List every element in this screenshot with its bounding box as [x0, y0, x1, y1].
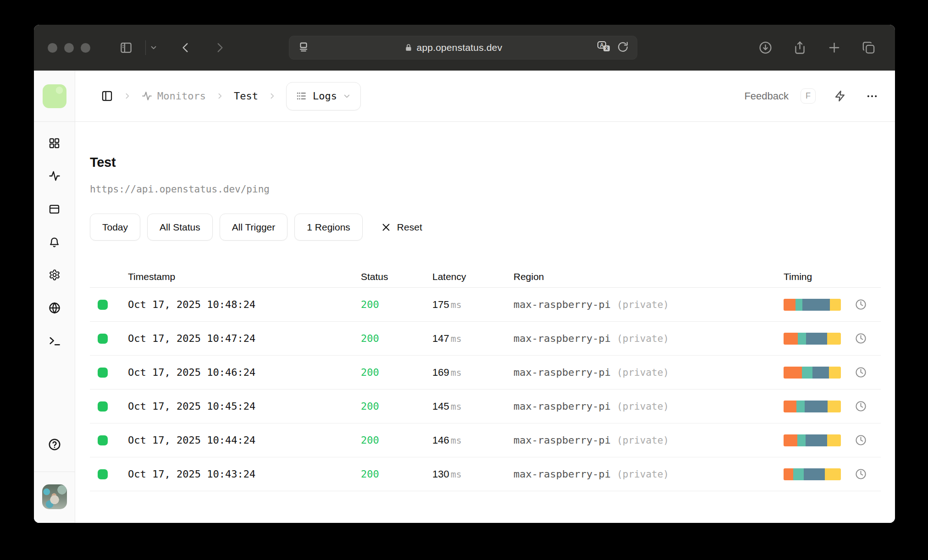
timing-bar — [784, 401, 841, 412]
clock-icon[interactable] — [855, 332, 867, 345]
terminal-icon — [48, 335, 61, 347]
status-indicator — [98, 469, 108, 479]
breadcrumb-monitors-label: Monitors — [157, 90, 206, 102]
breadcrumb-test[interactable]: Test — [234, 90, 258, 102]
row-detail-cell — [841, 366, 881, 379]
close-button[interactable] — [48, 43, 57, 53]
row-region: max-raspberry-pi (private) — [514, 333, 784, 344]
page-title: Test — [90, 155, 881, 170]
breadcrumb-monitors[interactable]: Monitors — [141, 90, 206, 102]
chevron-right-icon — [268, 92, 276, 100]
row-indicator-cell — [90, 435, 128, 445]
panel-top-icon — [48, 203, 61, 215]
row-latency: 169ms — [432, 367, 514, 379]
column-header-latency: Latency — [432, 271, 514, 282]
zap-icon[interactable] — [834, 90, 846, 102]
page-menu-icon[interactable] — [298, 41, 309, 55]
sidebar-item-dashboard[interactable] — [44, 132, 65, 154]
tab-group-chevron-icon[interactable] — [149, 44, 158, 52]
row-detail-cell — [841, 434, 881, 446]
table-row[interactable]: Oct 17, 2025 10:45:24 200 145ms max-rasp… — [90, 390, 881, 423]
row-indicator-cell — [90, 401, 128, 412]
traffic-lights — [48, 43, 90, 53]
x-icon — [381, 222, 391, 232]
reset-filters-button[interactable]: Reset — [381, 222, 422, 233]
app-sidebar-toggle-icon[interactable] — [101, 90, 113, 102]
share-icon[interactable] — [793, 41, 807, 55]
chevron-down-icon — [342, 92, 351, 100]
sidebar-item-notifications[interactable] — [44, 231, 65, 253]
row-status: 200 — [361, 299, 432, 310]
row-status: 200 — [361, 434, 432, 446]
clock-icon[interactable] — [855, 468, 867, 480]
row-region: max-raspberry-pi (private) — [514, 434, 784, 446]
forward-icon[interactable] — [214, 42, 226, 54]
table-row[interactable]: Oct 17, 2025 10:44:24 200 146ms max-rasp… — [90, 423, 881, 457]
browser-sidebar-toggle-icon[interactable] — [119, 41, 133, 55]
tab-overview-icon[interactable] — [862, 41, 876, 55]
filter-trigger[interactable]: All Trigger — [220, 214, 288, 241]
translate-icon[interactable]: Ax̄ — [597, 40, 611, 55]
help-button[interactable] — [48, 438, 61, 453]
url-text: app.openstatus.dev — [417, 42, 503, 53]
row-indicator-cell — [90, 334, 128, 344]
downloads-icon[interactable] — [758, 41, 773, 55]
status-indicator — [98, 334, 108, 344]
table-row[interactable]: Oct 17, 2025 10:48:24 200 175ms max-rasp… — [90, 288, 881, 322]
workspace-logo[interactable] — [43, 84, 66, 108]
timing-bar — [784, 367, 841, 379]
timing-bar — [784, 299, 841, 311]
logs-table: Timestamp Status Latency Region Timing O… — [90, 266, 881, 491]
sidebar-item-terminal[interactable] — [44, 330, 65, 351]
row-status: 200 — [361, 401, 432, 412]
help-icon — [48, 438, 61, 451]
browser-window: app.openstatus.dev Ax̄ — [34, 25, 895, 523]
sidebar-item-globe[interactable] — [44, 297, 65, 318]
zoom-button[interactable] — [81, 43, 90, 53]
row-latency: 130ms — [432, 468, 514, 480]
row-latency: 147ms — [432, 333, 514, 345]
filter-date[interactable]: Today — [90, 214, 140, 241]
row-detail-cell — [841, 298, 881, 311]
view-switcher-label: Logs — [313, 90, 337, 102]
table-body: Oct 17, 2025 10:48:24 200 175ms max-rasp… — [90, 288, 881, 491]
row-detail-cell — [841, 332, 881, 345]
clock-icon[interactable] — [855, 366, 867, 379]
browser-titlebar: app.openstatus.dev Ax̄ — [34, 25, 895, 71]
column-header-timestamp: Timestamp — [128, 271, 361, 282]
row-status: 200 — [361, 333, 432, 344]
header-actions: Feedback F — [744, 88, 878, 104]
back-icon[interactable] — [180, 42, 192, 54]
reload-icon[interactable] — [617, 41, 629, 55]
monitor-endpoint: https://api.openstatus.dev/ping — [90, 184, 881, 195]
sidebar-item-status-pages[interactable] — [44, 198, 65, 220]
clock-icon[interactable] — [855, 400, 867, 412]
column-header-timing: Timing — [784, 271, 841, 282]
titlebar-divider — [145, 40, 146, 55]
new-tab-icon[interactable] — [827, 41, 841, 55]
filter-regions[interactable]: 1 Regions — [294, 214, 363, 241]
row-region: max-raspberry-pi (private) — [514, 401, 784, 412]
timing-bar — [784, 434, 841, 446]
table-row[interactable]: Oct 17, 2025 10:47:24 200 147ms max-rasp… — [90, 322, 881, 356]
globe-icon — [48, 302, 61, 314]
table-row[interactable]: Oct 17, 2025 10:43:24 200 130ms max-rasp… — [90, 457, 881, 491]
clock-icon[interactable] — [855, 434, 867, 446]
desktop-background: app.openstatus.dev Ax̄ — [0, 0, 928, 560]
user-avatar[interactable] — [42, 484, 67, 509]
feedback-button[interactable]: Feedback — [744, 90, 789, 102]
row-region: max-raspberry-pi (private) — [514, 367, 784, 378]
sidebar-item-settings[interactable] — [44, 264, 65, 285]
more-options-icon[interactable] — [866, 90, 878, 103]
address-bar[interactable]: app.openstatus.dev Ax̄ — [289, 36, 637, 60]
minimize-button[interactable] — [64, 43, 74, 53]
gear-icon — [48, 269, 61, 281]
app-root: Monitors Test — [34, 71, 895, 523]
table-row[interactable]: Oct 17, 2025 10:46:24 200 169ms max-rasp… — [90, 356, 881, 390]
sidebar-item-monitors[interactable] — [44, 165, 65, 187]
clock-icon[interactable] — [855, 298, 867, 311]
row-region: max-raspberry-pi (private) — [514, 468, 784, 480]
view-switcher-logs[interactable]: Logs — [286, 82, 361, 110]
filter-status[interactable]: All Status — [147, 214, 213, 241]
app-header: Monitors Test — [75, 71, 895, 122]
